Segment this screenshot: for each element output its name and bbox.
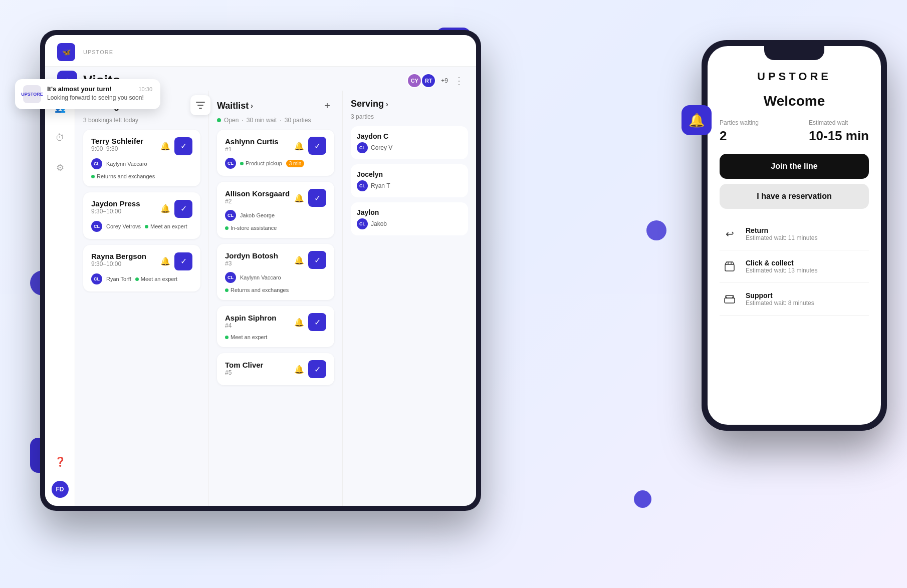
tag-2: Meet an expert	[145, 223, 187, 229]
booking-time-1: 9:00–9:30	[91, 145, 143, 152]
service-support-wait: Estimated wait: 8 minutes	[746, 300, 814, 307]
serving-avatar-3: CL	[357, 218, 368, 229]
wl-check-3[interactable]: ✓	[308, 251, 326, 269]
wl-assignee-3: Kaylynn Vaccaro	[240, 274, 281, 280]
wl-bell-1[interactable]: 🔔	[294, 141, 304, 151]
check-btn-3[interactable]: ✓	[174, 252, 192, 270]
svg-rect-2	[199, 108, 202, 109]
booking-name-3: Rayna Bergson	[91, 252, 146, 260]
wl-check-1[interactable]: ✓	[308, 137, 326, 155]
waitlist-card-3: Jordyn Botosh #3 🔔 ✓ CL Kaylynn Vac	[217, 244, 334, 300]
user-avatar[interactable]: FD	[52, 481, 69, 498]
notif-body: Looking forward to seeing you soon!	[47, 94, 152, 102]
sidebar-icon-settings[interactable]: ⚙	[51, 159, 69, 177]
avatar-cy: CY	[407, 73, 422, 88]
waitlist-num-3: #3	[225, 260, 278, 267]
assignee-name-3: Ryan Torff	[106, 276, 131, 282]
join-line-button[interactable]: Join the line	[720, 154, 869, 179]
notif-time: 10:30	[138, 86, 152, 92]
bell-icon-2[interactable]: 🔔	[160, 204, 170, 213]
notif-content: It's almost your turn! 10:30 Looking for…	[47, 85, 152, 102]
bookings-subtitle: 3 bookings left today	[83, 117, 200, 124]
assignee-avatar-2: CL	[91, 221, 102, 232]
svg-rect-6	[725, 298, 735, 303]
waitlist-name-2: Allison Korsgaard	[225, 189, 290, 198]
wl-tag-1: Product pickup	[240, 160, 282, 166]
waitlist-card-4: Aspin Siphron #4 🔔 ✓ Meet an exp	[217, 306, 334, 347]
phone-stats: Parties waiting 2 Estimated wait 10-15 m…	[720, 119, 869, 144]
service-return: ↩ Return Estimated wait: 11 minutes	[720, 218, 869, 250]
wl-bell-4[interactable]: 🔔	[294, 318, 304, 327]
booking-card-1: Terry Schleifer 9:00–9:30 🔔 ✓ CL Ka	[83, 130, 200, 186]
serving-subtitle: 3 parties	[351, 113, 468, 120]
check-btn-2[interactable]: ✓	[174, 200, 192, 218]
parties-waiting-value: 2	[720, 128, 759, 144]
wl-bell-2[interactable]: 🔔	[294, 193, 304, 203]
phone-brand: UPSTORE	[720, 70, 869, 83]
sidebar-icon-help[interactable]: ❓	[51, 453, 69, 471]
serving-card-1: Jaydon C CL Corey V	[351, 126, 468, 159]
assignee-name-1: Kaylynn Vaccaro	[106, 161, 147, 167]
svg-rect-1	[197, 105, 203, 106]
serving-assignee-2: Ryan T	[371, 182, 390, 189]
click-collect-icon	[720, 256, 740, 276]
service-collect-wait: Estimated wait: 13 minutes	[746, 267, 817, 274]
waitlist-num-1: #1	[225, 146, 279, 153]
parties-waiting-label: Parties waiting	[720, 119, 759, 126]
waitlist-name-1: Ashlynn Curtis	[225, 137, 279, 146]
more-options-icon[interactable]: ⋮	[454, 75, 464, 87]
assignee-name-2: Corey Vetrovs	[106, 223, 141, 229]
wl-check-2[interactable]: ✓	[308, 189, 326, 207]
avatar-count: +9	[441, 77, 448, 84]
status-wait: 30 min wait	[247, 117, 277, 124]
waitlist-title: Waitlist ›	[217, 101, 253, 111]
bell-decoration: 🔔	[682, 105, 712, 135]
service-support-name: Support	[746, 291, 814, 300]
check-btn-1[interactable]: ✓	[174, 137, 192, 155]
return-icon: ↩	[720, 224, 740, 244]
booking-name-1: Terry Schleifer	[91, 137, 143, 145]
service-click-collect: Click & collect Estimated wait: 13 minut…	[720, 250, 869, 283]
sidebar-icon-timer[interactable]: ⏱	[51, 129, 69, 147]
notification-popup: UPSTORE It's almost your turn! 10:30 Loo…	[15, 79, 160, 109]
status-open-label: Open	[224, 117, 239, 124]
waitlist-card-5: Tom Cliver #5 🔔 ✓	[217, 353, 334, 385]
waitlist-status: Open · 30 min wait · 30 parties	[217, 117, 334, 124]
tag-3: Meet an expert	[135, 276, 177, 282]
wl-assignee-2: Jakob George	[240, 212, 275, 218]
phone-welcome: Welcome	[720, 93, 869, 109]
wl-assignee-avatar-3: CL	[225, 272, 236, 283]
wl-check-5[interactable]: ✓	[308, 360, 326, 378]
serving-title: Serving ›	[351, 99, 388, 109]
serving-avatar-1: CL	[357, 142, 368, 153]
booking-name-2: Jaydon Press	[91, 199, 140, 208]
wl-tag-4: Meet an expert	[225, 334, 267, 340]
booking-card-2: Jaydon Press 9:30–10:00 🔔 ✓ CL Core	[83, 192, 200, 239]
waitlist-name-4: Aspin Siphron	[225, 314, 277, 322]
wl-tag-3: Returns and exchanges	[225, 287, 289, 293]
filter-button[interactable]	[190, 95, 210, 115]
bell-icon-1[interactable]: 🔔	[160, 141, 170, 151]
waitlist-num-2: #2	[225, 198, 290, 205]
waitlist-num-4: #4	[225, 322, 277, 329]
waitlist-add-button[interactable]: +	[320, 99, 334, 113]
status-open-dot	[217, 118, 221, 122]
wl-assignee-avatar-1: CL	[225, 158, 236, 169]
bell-icon-3[interactable]: 🔔	[160, 256, 170, 266]
estimated-wait-value: 10-15 min	[809, 128, 869, 144]
serving-assignee-3: Jakob	[371, 220, 387, 227]
booking-card-3: Rayna Bergson 9:30–10:00 🔔 ✓ CL Rya	[83, 245, 200, 291]
wl-bell-3[interactable]: 🔔	[294, 255, 304, 265]
phone-device: UPSTORE Welcome Parties waiting 2 Estima…	[702, 40, 887, 431]
wl-check-4[interactable]: ✓	[308, 313, 326, 331]
wl-bell-5[interactable]: 🔔	[294, 365, 304, 374]
svg-rect-3	[725, 264, 734, 271]
serving-assignee-1: Corey V	[371, 144, 392, 151]
waitlist-name-3: Jordyn Botosh	[225, 251, 278, 260]
serving-card-2: Jocelyn CL Ryan T	[351, 164, 468, 197]
notif-title: It's almost your turn!	[47, 85, 112, 93]
tablet-header: 🦋 UPSTORE	[45, 35, 476, 67]
sidebar: 👥 ⏱ ⚙ ❓ FD	[45, 91, 75, 506]
serving-name-2: Jocelyn	[357, 170, 462, 178]
reservation-button[interactable]: I have a reservation	[720, 184, 869, 209]
